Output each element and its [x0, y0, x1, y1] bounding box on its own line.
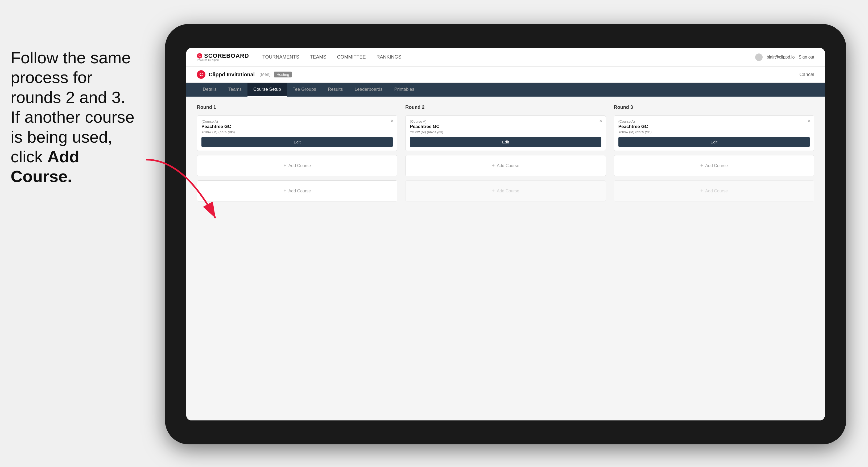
round-1-add-course-2[interactable]: + Add Course [197, 180, 397, 201]
round-1-add-course-label-1: Add Course [288, 163, 311, 168]
round-3-course-details: Yellow (M) (6629 yds) [618, 130, 810, 134]
round-2-edit-button[interactable]: Edit [410, 137, 601, 147]
round-1-plus-icon-2: + [283, 188, 286, 194]
round-3-column: Round 3 ✕ (Course A) Peachtree GC Yellow… [614, 104, 814, 201]
round-2-add-course-label-2: Add Course [497, 189, 519, 193]
round-2-course-label: (Course A) [410, 120, 601, 123]
round-1-course-label: (Course A) [202, 120, 393, 123]
tab-teams[interactable]: Teams [222, 83, 247, 97]
tablet-screen: C SCOREBOARD Powered by clippd TOURNAMEN… [186, 48, 825, 421]
logo-main-text: SCOREBOARD [204, 53, 249, 59]
nav-teams[interactable]: TEAMS [310, 53, 327, 61]
event-info: C Clippd Invitational (Men) Hosting [197, 70, 292, 79]
tab-printables[interactable]: Printables [389, 83, 421, 97]
content-area: Round 1 ✕ (Course A) Peachtree GC Yellow… [186, 97, 825, 421]
nav-committee[interactable]: COMMITTEE [337, 53, 366, 61]
event-name: Clippd Invitational [209, 71, 255, 78]
event-logo-c: C [197, 70, 206, 79]
rounds-grid: Round 1 ✕ (Course A) Peachtree GC Yellow… [197, 104, 814, 201]
nav-links: TOURNAMENTS TEAMS COMMITTEE RANKINGS [262, 53, 742, 61]
nav-rankings[interactable]: RANKINGS [376, 53, 402, 61]
tab-course-setup[interactable]: Course Setup [247, 83, 287, 97]
user-email: blair@clippd.io [767, 55, 795, 60]
round-3-course-name: Peachtree GC [618, 124, 810, 129]
round-2-plus-icon-2: + [492, 188, 495, 194]
tab-leaderboards[interactable]: Leaderboards [349, 83, 389, 97]
round-1-course-name: Peachtree GC [202, 124, 393, 129]
round-3-edit-button[interactable]: Edit [618, 137, 810, 147]
hosting-badge: Hosting [274, 71, 292, 77]
logo-c-icon: C [197, 53, 202, 59]
logo-sub-text: Powered by clippd [197, 59, 249, 61]
round-3-add-course-1[interactable]: + Add Course [614, 155, 814, 176]
round-3-add-course-label-1: Add Course [705, 163, 728, 168]
instruction-text: Follow the same process for rounds 2 and… [0, 42, 154, 192]
round-1-add-course-label-2: Add Course [288, 189, 311, 193]
round-1-edit-button[interactable]: Edit [202, 137, 393, 147]
round-1-column: Round 1 ✕ (Course A) Peachtree GC Yellow… [197, 104, 397, 201]
event-gender: (Men) [259, 72, 271, 77]
round-1-title: Round 1 [197, 104, 397, 110]
scoreboard-logo: C SCOREBOARD Powered by clippd [197, 53, 249, 61]
round-2-course-card: ✕ (Course A) Peachtree GC Yellow (M) (66… [405, 116, 606, 151]
round-3-add-course-2: + Add Course [614, 180, 814, 201]
round-1-course-card: ✕ (Course A) Peachtree GC Yellow (M) (66… [197, 116, 397, 151]
nav-right: blair@clippd.io Sign out [755, 54, 814, 61]
tab-bar: Details Teams Course Setup Tee Groups Re… [186, 83, 825, 97]
round-3-title: Round 3 [614, 104, 814, 110]
round-1-delete-icon[interactable]: ✕ [390, 118, 394, 123]
round-2-column: Round 2 ✕ (Course A) Peachtree GC Yellow… [405, 104, 606, 201]
sub-header: C Clippd Invitational (Men) Hosting Canc… [186, 66, 825, 83]
round-3-plus-icon-1: + [700, 163, 703, 168]
round-2-add-course-1[interactable]: + Add Course [405, 155, 606, 176]
tab-tee-groups[interactable]: Tee Groups [287, 83, 322, 97]
round-1-course-details: Yellow (M) (6629 yds) [202, 130, 393, 134]
user-avatar [755, 54, 763, 61]
tablet-device: C SCOREBOARD Powered by clippd TOURNAMEN… [165, 24, 846, 444]
round-2-title: Round 2 [405, 104, 606, 110]
nav-tournaments[interactable]: TOURNAMENTS [262, 53, 299, 61]
round-2-course-details: Yellow (M) (6629 yds) [410, 130, 601, 134]
round-2-course-name: Peachtree GC [410, 124, 601, 129]
round-3-delete-icon[interactable]: ✕ [807, 118, 811, 123]
round-3-course-card: ✕ (Course A) Peachtree GC Yellow (M) (66… [614, 116, 814, 151]
round-2-add-course-label-1: Add Course [497, 163, 519, 168]
round-2-delete-icon[interactable]: ✕ [599, 118, 602, 123]
sign-out-link[interactable]: Sign out [799, 55, 814, 60]
round-3-add-course-label-2: Add Course [705, 189, 728, 193]
tab-results[interactable]: Results [322, 83, 349, 97]
round-1-add-course-1[interactable]: + Add Course [197, 155, 397, 176]
round-2-plus-icon-1: + [492, 163, 495, 168]
round-3-course-label: (Course A) [618, 120, 810, 123]
top-nav: C SCOREBOARD Powered by clippd TOURNAMEN… [186, 48, 825, 66]
round-1-plus-icon-1: + [283, 163, 286, 168]
round-3-plus-icon-2: + [700, 188, 703, 194]
cancel-button[interactable]: Cancel [799, 72, 814, 77]
round-2-add-course-2: + Add Course [405, 180, 606, 201]
tab-details[interactable]: Details [197, 83, 222, 97]
